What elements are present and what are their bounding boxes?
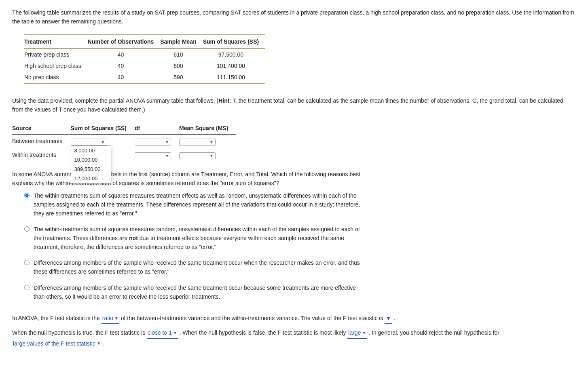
large-value: large: [348, 328, 361, 338]
cell-treatment: High school prep class: [24, 60, 88, 72]
ms-dd-1-arrow: ▼: [209, 154, 214, 158]
anova-row: Between treatments ▼ 8,000.0010,000.0038…: [12, 134, 236, 148]
radio-group: The within-treatments sum of squares mea…: [24, 192, 576, 301]
intro-text: The following table summarizes the resul…: [12, 8, 576, 26]
dropdown-list-visible: 8,000.0010,000.00389,550.0012,000.00: [71, 146, 111, 183]
table-row: No prep class 40 590 111,150.00: [24, 72, 265, 83]
dropdown-list-item[interactable]: 10,000.00: [71, 155, 111, 164]
cell-mean: 590: [160, 72, 203, 83]
ratio-arrow: ▼: [114, 315, 118, 322]
df-dd-0-arrow: ▼: [165, 140, 169, 144]
data-table-container: Treatment Number of Observations Sample …: [24, 34, 576, 84]
anova-col-ss: Sum of Squares (SS): [71, 122, 135, 134]
radio-item: The within-treatments sum of squares mea…: [24, 192, 576, 218]
table-row: High school prep class 40 600 101,400.00: [24, 60, 265, 72]
col-observations: Number of Observations: [88, 35, 160, 48]
anova-cell-df: ▼: [135, 134, 179, 148]
anova-cell-df: ▼: [135, 148, 179, 162]
ms-dd-0-arrow: ▼: [209, 140, 214, 144]
anova-hint: Using the data provided, complete the pa…: [12, 96, 576, 114]
close1-arrow: ▼: [173, 329, 177, 337]
f-line1-period: .: [393, 315, 395, 321]
f-test-section: In ANOVA, the F test statistic is the ra…: [12, 313, 576, 349]
cell-mean: 600: [160, 60, 203, 72]
largef-dropdown[interactable]: large values of the F test statistic ▼: [12, 339, 102, 349]
ms-dd-1-wrapper: ▼: [179, 150, 216, 159]
col-ss: Sum of Squares (SS): [203, 35, 265, 48]
close1-dropdown[interactable]: close to 1 ▼: [147, 328, 178, 338]
anova-table-container: Source Sum of Squares (SS) df Mean Squar…: [12, 122, 576, 162]
anova-row: Within treatments ▼ ▼ ▼: [12, 148, 236, 162]
ratio-dropdown-wrapper: ratio ▼: [102, 313, 119, 324]
table-row: Private prep class 40 610 97,500.00: [24, 48, 265, 60]
f-test-line2: When the null hypothesis is true, the F …: [12, 328, 576, 349]
ss-dd-0-arrow: ▼: [101, 140, 105, 144]
col-mean: Sample Mean: [160, 35, 203, 48]
cell-observations: 40: [88, 60, 160, 72]
radio-normal-text: The within-treatments sum of squares mea…: [34, 192, 360, 216]
f-line2-mid: . When the null hypothesis is false, the…: [180, 329, 348, 336]
radio-input-1[interactable]: [24, 226, 30, 232]
close1-value: close to 1: [148, 328, 172, 338]
ratio-dropdown[interactable]: ratio ▼: [102, 313, 119, 324]
cell-ss: 111,150.00: [203, 72, 265, 83]
error-question-text: In some ANOVA summary tables, the labels…: [12, 170, 376, 188]
radio-label-2: Differences among members of the sample …: [34, 259, 365, 276]
anova-cell-source: Within treatments: [12, 148, 71, 162]
anova-table: Source Sum of Squares (SS) df Mean Squar…: [12, 122, 236, 162]
radio-item: Differences among members of the sample …: [24, 284, 576, 301]
largef-dropdown-wrapper: large values of the F test statistic ▼: [12, 339, 102, 349]
cell-mean: 610: [160, 48, 203, 60]
cell-ss: 101,400.00: [203, 60, 265, 72]
f-line1-pre: In ANOVA, the F test statistic is the: [12, 315, 102, 321]
fvalue-dropdown[interactable]: ▼: [385, 313, 392, 324]
dropdown-list-item[interactable]: 12,000.00: [71, 174, 111, 183]
fvalue-dropdown-wrapper: ▼: [385, 313, 392, 324]
dropdown-list-item[interactable]: 389,550.00: [71, 164, 111, 174]
anova-cell-source: Between treatments: [12, 134, 71, 148]
cell-treatment: Private prep class: [24, 48, 88, 60]
ratio-value: ratio: [102, 313, 113, 323]
anova-hint-text1: Using the data provided, complete the pa…: [12, 97, 218, 104]
f-line1-mid: of the between-treatments variance and t…: [121, 315, 385, 321]
fvalue-value: ▼: [385, 313, 391, 323]
f-line2-period: .: [103, 340, 105, 347]
df-dd-0-wrapper: ▼: [135, 137, 171, 146]
anova-section: Using the data provided, complete the pa…: [12, 96, 576, 162]
f-line2-end-pre: . In general, you should reject the null…: [368, 329, 499, 336]
cell-treatment: No prep class: [24, 72, 88, 83]
anova-col-ms: Mean Square (MS): [179, 122, 236, 134]
data-table: Treatment Number of Observations Sample …: [24, 34, 265, 84]
ms-dd-0[interactable]: ▼: [179, 139, 216, 146]
large-dropdown-wrapper: large ▼: [347, 328, 367, 338]
anova-cell-ms: ▼: [179, 134, 236, 148]
radio-input-2[interactable]: [24, 260, 30, 265]
ss-dd-0-wrapper: ▼ 8,000.0010,000.00389,550.0012,000.00: [71, 137, 107, 146]
cell-ss: 97,500.00: [203, 48, 265, 60]
cell-observations: 40: [88, 72, 160, 83]
anova-col-source: Source: [12, 122, 71, 134]
radio-input-0[interactable]: [24, 193, 30, 198]
dropdown-list-item[interactable]: 8,000.00: [71, 146, 111, 155]
close1-dropdown-wrapper: close to 1 ▼: [147, 328, 178, 338]
ss-dd-0[interactable]: ▼: [71, 139, 107, 146]
radio-label-1: The within-treatments sum of squares mea…: [34, 225, 365, 251]
largef-value: large values of the F test statistic: [13, 339, 95, 349]
anova-hint-bold: Hint: [218, 97, 229, 104]
large-dropdown[interactable]: large ▼: [347, 328, 367, 338]
largef-arrow: ▼: [97, 340, 101, 347]
radio-label-0: The within-treatments sum of squares mea…: [34, 192, 365, 218]
ms-dd-1[interactable]: ▼: [179, 152, 216, 159]
ms-dd-0-wrapper: ▼: [179, 137, 216, 146]
radio-normal-text: Differences among members of the sample …: [34, 285, 356, 300]
radio-label-3: Differences among members of the sample …: [34, 284, 365, 301]
df-dd-1-arrow: ▼: [165, 154, 169, 158]
radio-normal-text: Differences among members of the sample …: [34, 259, 360, 275]
radio-item: Differences among members of the sample …: [24, 259, 576, 276]
large-arrow: ▼: [362, 329, 366, 337]
intro-paragraph: The following table summarizes the resul…: [12, 8, 576, 26]
df-dd-1[interactable]: ▼: [135, 152, 171, 159]
radio-input-3[interactable]: [24, 285, 30, 290]
df-dd-1-wrapper: ▼: [135, 150, 171, 159]
df-dd-0[interactable]: ▼: [135, 139, 171, 146]
